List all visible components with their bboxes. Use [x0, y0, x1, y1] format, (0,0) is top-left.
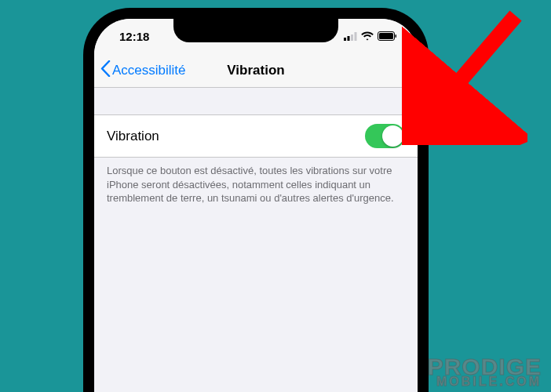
phone-frame: 12:18 Accessibilité Vibration	[83, 8, 429, 392]
navigation-bar: Accessibilité Vibration	[94, 53, 418, 88]
battery-icon	[378, 30, 397, 43]
back-label: Accessibilité	[112, 63, 186, 78]
back-button[interactable]: Accessibilité	[100, 60, 186, 81]
status-indicators	[344, 30, 397, 43]
svg-rect-0	[344, 38, 346, 41]
svg-line-7	[432, 16, 516, 114]
watermark-line2: MOBILE.COM	[428, 376, 542, 387]
watermark: PRODIGE MOBILE.COM	[428, 357, 542, 387]
svg-rect-3	[355, 32, 357, 41]
cellular-icon	[344, 30, 357, 43]
svg-rect-5	[379, 33, 393, 39]
screen: 12:18 Accessibilité Vibration	[94, 19, 418, 392]
notch	[173, 19, 338, 42]
vibration-label: Vibration	[107, 129, 159, 144]
svg-rect-1	[348, 36, 350, 41]
clock: 12:18	[119, 30, 149, 43]
vibration-toggle[interactable]	[365, 124, 405, 148]
svg-rect-2	[351, 34, 353, 41]
vibration-description: Lorsque ce bouton est désactivé, toutes …	[94, 158, 418, 205]
wifi-icon	[361, 30, 374, 43]
chevron-left-icon	[100, 60, 111, 81]
toggle-knob	[382, 125, 403, 147]
content-area: Vibration Lorsque ce bouton est désactiv…	[94, 88, 418, 205]
svg-rect-6	[396, 34, 397, 38]
vibration-row: Vibration	[94, 114, 418, 158]
